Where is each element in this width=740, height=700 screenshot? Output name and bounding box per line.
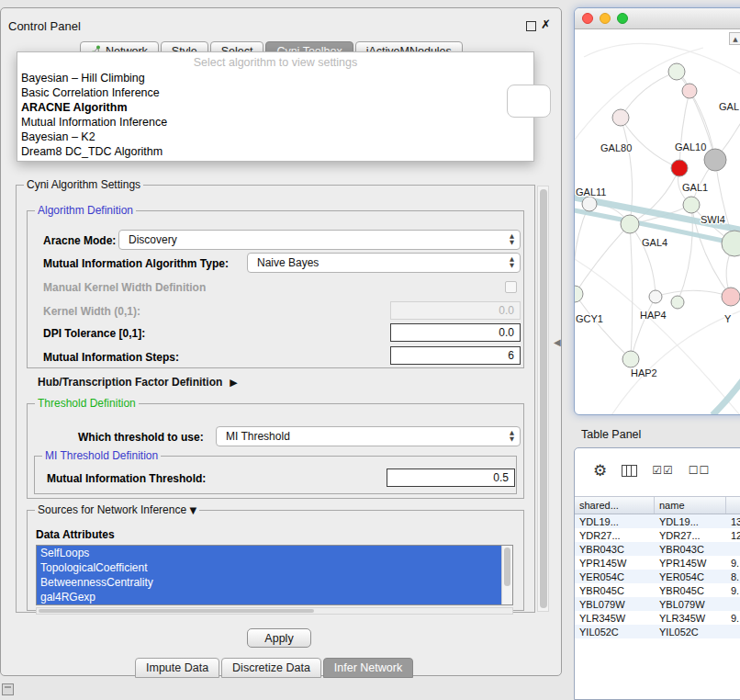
- clear-selection-icon[interactable]: ☐☐: [689, 464, 711, 477]
- select-all-icon[interactable]: ☑☑: [652, 464, 674, 477]
- network-edge[interactable]: [631, 297, 656, 359]
- table-row[interactable]: YPR145WYPR145W9.: [575, 556, 740, 570]
- column-header[interactable]: [726, 497, 740, 514]
- network-node[interactable]: [704, 149, 726, 171]
- table-panel-title: Table Panel: [581, 428, 641, 441]
- close-traffic-light-icon[interactable]: [582, 13, 593, 24]
- which-threshold-combobox[interactable]: MI Threshold ▲▼: [216, 426, 521, 446]
- network-node[interactable]: [683, 197, 700, 213]
- minimize-traffic-light-icon[interactable]: [600, 13, 611, 24]
- column-header[interactable]: shared...: [575, 497, 655, 514]
- mi-threshold-field[interactable]: 0.5: [387, 469, 515, 487]
- tab-infer-network[interactable]: Infer Network: [323, 658, 413, 678]
- network-edge[interactable]: [575, 294, 631, 359]
- network-node[interactable]: [671, 296, 684, 309]
- table-row[interactable]: YBL079WYBL079W: [575, 597, 740, 611]
- network-node[interactable]: [622, 351, 639, 367]
- network-node[interactable]: [649, 290, 662, 303]
- table-cell: YDR27...: [655, 530, 726, 541]
- network-node[interactable]: [722, 231, 740, 256]
- network-edge[interactable]: [630, 224, 656, 297]
- network-edge-highlighted[interactable]: [712, 342, 740, 415]
- attribute-list-item[interactable]: SelfLoops: [37, 546, 501, 560]
- gear-icon[interactable]: ⚙: [593, 461, 607, 480]
- table-row[interactable]: YIL052CYIL052C: [575, 625, 740, 638]
- network-edge[interactable]: [621, 72, 677, 118]
- node-label: GAL1: [682, 182, 708, 193]
- table-panel-window: ⚙ ☑☑ ☐☐ shared...name YDL19...YDL19...13…: [574, 447, 740, 700]
- network-node[interactable]: [612, 109, 629, 126]
- attribute-list-hscrollbar[interactable]: [36, 607, 513, 615]
- threshold-definition-title: Threshold Definition: [35, 397, 139, 410]
- table-row[interactable]: YDL19...YDL19...13: [575, 514, 740, 528]
- network-node[interactable]: [722, 288, 740, 306]
- aracne-mode-combobox[interactable]: Discovery ▲▼: [118, 230, 521, 250]
- tab-impute-data[interactable]: Impute Data: [135, 658, 219, 678]
- splitpane-collapse-icon[interactable]: ◀: [554, 337, 561, 347]
- network-edge[interactable]: [630, 224, 633, 359]
- attribute-list-item[interactable]: TopologicalCoefficient: [37, 560, 501, 575]
- network-node[interactable]: [582, 197, 597, 211]
- node-label: GAL10: [675, 141, 706, 152]
- network-edge[interactable]: [679, 91, 690, 168]
- mi-type-combobox[interactable]: Naive Bayes ▲▼: [247, 253, 521, 273]
- table-cell: YDL19...: [655, 516, 726, 527]
- dropdown-item[interactable]: Mutual Information Inference: [17, 115, 533, 130]
- table-cell: 9.: [726, 613, 740, 624]
- dropdown-item[interactable]: Dream8 DC_TDC Algorithm: [17, 144, 533, 159]
- sources-group-title[interactable]: Sources for Network Inference ▼: [35, 503, 199, 516]
- table-cell: YIL052C: [575, 627, 655, 638]
- columns-icon[interactable]: [622, 465, 637, 477]
- table-row[interactable]: YBR045CYBR045C9.: [575, 583, 740, 597]
- dpi-tolerance-field[interactable]: 0.0: [390, 323, 521, 342]
- tab-discretize-data[interactable]: Discretize Data: [221, 658, 321, 678]
- table-row[interactable]: YBR043CYBR043C: [575, 542, 740, 556]
- mi-threshold-label: Mutual Information Threshold:: [47, 472, 206, 485]
- table-cell: YBR043C: [655, 544, 726, 555]
- attribute-list-item[interactable]: gal4RGexp: [37, 590, 501, 604]
- settings-scrollbar[interactable]: [537, 186, 549, 612]
- panel-corner-icon[interactable]: [2, 683, 14, 695]
- close-icon[interactable]: ✗: [541, 17, 551, 31]
- background-spinner-field: [507, 85, 551, 118]
- zoom-traffic-light-icon[interactable]: [617, 13, 628, 24]
- network-edge[interactable]: [575, 204, 589, 294]
- dropdown-item[interactable]: ARACNE Algorithm: [17, 100, 533, 115]
- dropdown-item[interactable]: Basic Correlation Inference: [17, 85, 533, 100]
- attribute-list-scrollbar[interactable]: [501, 546, 512, 604]
- column-header[interactable]: name: [655, 497, 726, 514]
- scroll-up-arrow-icon[interactable]: ▲: [729, 32, 740, 45]
- manual-kernel-label: Manual Kernel Width Definition: [43, 281, 206, 294]
- apply-button[interactable]: Apply: [247, 628, 311, 648]
- network-window-titlebar[interactable]: [575, 8, 740, 29]
- table-row[interactable]: YDR27...YDR27...12: [575, 528, 740, 542]
- node-label: GAL80: [600, 142, 632, 153]
- manual-kernel-checkbox: [505, 281, 517, 293]
- dropdown-item[interactable]: Bayesian – K2: [17, 130, 533, 144]
- mi-steps-field[interactable]: 6: [390, 346, 521, 365]
- background-arc[interactable]: [575, 259, 740, 415]
- data-attributes-list[interactable]: SelfLoopsTopologicalCoefficientBetweenne…: [36, 545, 513, 605]
- combo-stepper-icon: ▲▼: [510, 256, 514, 269]
- dropdown-item[interactable]: Bayesian – Hill Climbing: [17, 71, 533, 85]
- network-node[interactable]: [671, 160, 688, 176]
- float-window-icon[interactable]: [526, 21, 536, 31]
- network-node[interactable]: [575, 286, 583, 302]
- network-edge[interactable]: [656, 290, 731, 297]
- network-edge[interactable]: [575, 224, 630, 294]
- table-row[interactable]: YLR345WYLR345W9.: [575, 611, 740, 625]
- table-row[interactable]: YER054CYER054C8.: [575, 570, 740, 583]
- aracne-mode-label: Aracne Mode:: [43, 234, 116, 247]
- table-cell: YBL079W: [655, 599, 726, 610]
- table-body: YDL19...YDL19...13YDR27...YDR27...12YBR0…: [575, 514, 740, 638]
- tab-label: Discretize Data: [232, 661, 310, 674]
- data-attributes-label: Data Attributes: [36, 528, 115, 541]
- table-cell: 9.: [726, 558, 740, 569]
- hub-definition-toggle[interactable]: Hub/Transcription Factor Definition▶: [38, 376, 238, 389]
- network-node[interactable]: [668, 63, 685, 80]
- network-node[interactable]: [621, 215, 639, 233]
- network-node[interactable]: [682, 84, 697, 98]
- attribute-list-item[interactable]: BetweennessCentrality: [37, 575, 501, 590]
- dpi-tolerance-label: DPI Tolerance [0,1]:: [43, 327, 145, 340]
- node-label: HAP4: [640, 310, 667, 321]
